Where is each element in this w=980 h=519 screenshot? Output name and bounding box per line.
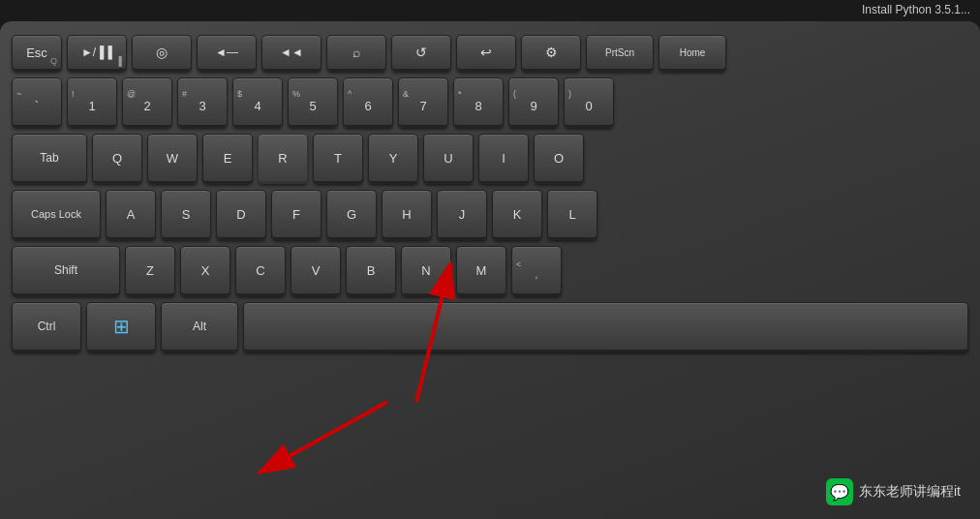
key-t[interactable]: T bbox=[313, 134, 363, 184]
key-a[interactable]: A bbox=[106, 190, 156, 240]
key-x[interactable]: X bbox=[180, 246, 230, 296]
key-b[interactable]: B bbox=[346, 246, 396, 296]
key-alt[interactable]: Alt bbox=[161, 302, 238, 352]
func-row: Esc Q ►/▐▐ ▐ ◎ ◄— ◄◄ ⌕ ↺ ↩ ⚙ PrtScn bbox=[12, 35, 968, 72]
key-9[interactable]: ( 9 bbox=[508, 77, 559, 128]
watermark: 💬 东东老师讲编程it bbox=[826, 478, 961, 505]
key-f4[interactable]: ◄◄ bbox=[261, 35, 322, 72]
key-z[interactable]: Z bbox=[125, 246, 175, 296]
key-d[interactable]: D bbox=[216, 190, 266, 240]
key-4[interactable]: $ 4 bbox=[232, 77, 283, 128]
asdf-row: Caps Lock A S D F G H J K L bbox=[12, 190, 968, 240]
key-2[interactable]: @ 2 bbox=[122, 77, 172, 128]
key-f5[interactable]: ⌕ bbox=[326, 35, 386, 72]
key-tab[interactable]: Tab bbox=[12, 134, 87, 184]
key-f8[interactable]: ⚙ bbox=[521, 35, 581, 72]
key-win[interactable]: ⊞ bbox=[86, 302, 156, 352]
key-l[interactable]: L bbox=[547, 190, 597, 240]
key-f7[interactable]: ↩ bbox=[456, 35, 516, 72]
key-f2[interactable]: ◎ bbox=[132, 35, 192, 72]
key-c[interactable]: C bbox=[235, 246, 286, 296]
key-r[interactable]: R bbox=[258, 134, 308, 184]
key-capslock[interactable]: Caps Lock bbox=[12, 190, 101, 240]
key-s[interactable]: S bbox=[161, 190, 211, 240]
key-v[interactable]: V bbox=[291, 246, 341, 296]
bottom-row: Ctrl ⊞ Alt bbox=[12, 302, 968, 352]
key-f3[interactable]: ◄— bbox=[197, 35, 257, 72]
watermark-icon: 💬 bbox=[826, 478, 853, 505]
key-5[interactable]: % 5 bbox=[288, 77, 338, 128]
key-g[interactable]: G bbox=[326, 190, 377, 240]
key-grave[interactable]: ~ ` bbox=[12, 77, 62, 128]
key-k[interactable]: K bbox=[492, 190, 542, 240]
key-f6[interactable]: ↺ bbox=[391, 35, 451, 72]
key-1[interactable]: ! 1 bbox=[67, 77, 117, 128]
key-w[interactable]: W bbox=[147, 134, 198, 184]
key-6[interactable]: ^ 6 bbox=[343, 77, 393, 128]
key-esc[interactable]: Esc Q bbox=[12, 35, 62, 72]
qwerty-row: Tab Q W E R T Y U I O bbox=[12, 134, 968, 184]
key-shift[interactable]: Shift bbox=[12, 246, 120, 296]
key-e[interactable]: E bbox=[202, 134, 253, 184]
keyboard: Esc Q ►/▐▐ ▐ ◎ ◄— ◄◄ ⌕ ↺ ↩ ⚙ PrtScn bbox=[0, 21, 980, 519]
key-h[interactable]: H bbox=[382, 190, 432, 240]
key-f1[interactable]: ►/▐▐ ▐ bbox=[67, 35, 127, 72]
key-home[interactable]: Home bbox=[658, 35, 726, 72]
key-n[interactable]: N bbox=[401, 246, 451, 296]
key-space[interactable] bbox=[243, 302, 968, 352]
watermark-text: 东东老师讲编程it bbox=[859, 483, 961, 501]
top-bar: Install Python 3.5.1... bbox=[852, 0, 980, 21]
key-o[interactable]: O bbox=[534, 134, 584, 184]
key-less[interactable]: < , bbox=[511, 246, 562, 296]
zxcv-row: Shift Z X C V B N M < , bbox=[12, 246, 968, 296]
key-y[interactable]: Y bbox=[368, 134, 418, 184]
top-bar-text: Install Python 3.5.1... bbox=[862, 3, 970, 16]
key-i[interactable]: I bbox=[478, 134, 529, 184]
key-prtscn[interactable]: PrtScn bbox=[586, 35, 654, 72]
key-8[interactable]: * 8 bbox=[453, 77, 504, 128]
key-m[interactable]: M bbox=[456, 246, 506, 296]
key-3[interactable]: # 3 bbox=[177, 77, 228, 128]
key-j[interactable]: J bbox=[437, 190, 487, 240]
key-0[interactable]: ) 0 bbox=[564, 77, 614, 128]
key-q[interactable]: Q bbox=[92, 134, 142, 184]
key-ctrl[interactable]: Ctrl bbox=[12, 302, 81, 352]
key-f[interactable]: F bbox=[271, 190, 322, 240]
key-7[interactable]: & 7 bbox=[398, 77, 448, 128]
number-row: ~ ` ! 1 @ 2 # 3 $ 4 % 5 ^ 6 & 7 bbox=[12, 77, 968, 128]
key-u[interactable]: U bbox=[423, 134, 474, 184]
